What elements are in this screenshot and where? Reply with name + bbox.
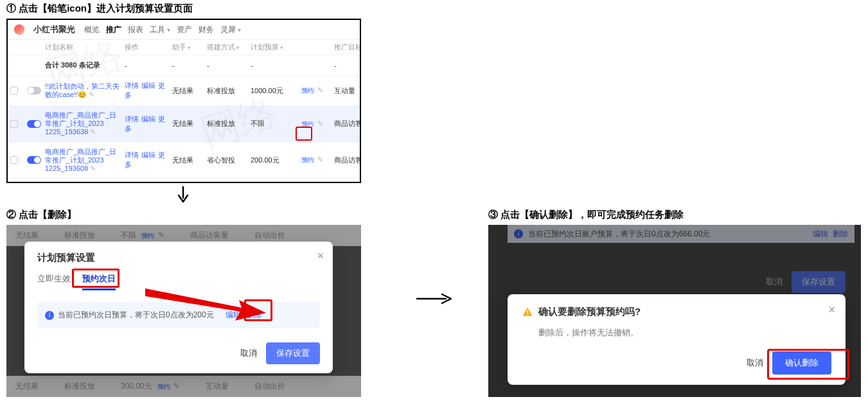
bg-save-button[interactable]: 保存设置 <box>792 271 846 293</box>
app-brand: 小红书聚光 <box>33 24 75 35</box>
pencil-icon[interactable]: ✎ <box>317 86 323 94</box>
pencil-icon[interactable]: ✎ <box>89 91 94 98</box>
pencil-icon[interactable]: ✎ <box>90 128 96 136</box>
pencil-icon[interactable]: ✎ <box>317 155 323 163</box>
table-row: 电商推广_商品推广_日常推广_计划_2023 1225_193608 ✎ 详情编… <box>8 142 360 179</box>
modal-title: 计划预算设置 <box>37 252 320 264</box>
confirm-message: 删除后，操作将无法撤销。 <box>538 327 831 339</box>
row-actions: 详情编辑更多 <box>125 150 170 170</box>
step-3-title: ③ 点击【确认删除】，即可完成预约任务删除 <box>488 209 861 221</box>
save-button[interactable]: 保存设置 <box>266 342 320 364</box>
warning-icon <box>522 306 533 318</box>
arrow-down-icon <box>177 186 189 203</box>
row-toggle[interactable] <box>27 120 41 128</box>
notice-edit-link[interactable]: 编辑 <box>226 310 241 319</box>
row-actions: 详情编辑更多 <box>125 81 170 100</box>
step-1-title: ① 点击【铅笔icon】进入计划预算设置页面 <box>6 3 361 15</box>
cancel-button[interactable]: 取消 <box>240 348 257 359</box>
highlight-pencil-box <box>296 127 312 141</box>
table-row: !!此计划勿动，第二天失败的case!!😊 ✎ 详情编辑更多 无结果 标准投放 … <box>8 75 360 105</box>
nav-finance[interactable]: 财务 <box>199 25 214 34</box>
app-logo <box>14 24 24 35</box>
step-1-section: ① 点击【铅笔icon】进入计划预算设置页面 网络 网络 小红书聚光 概览 推广… <box>6 3 361 183</box>
col-budget[interactable]: 计划预算▾ <box>251 42 296 52</box>
helper-cell: 无结果 <box>172 86 204 96</box>
filter-icon: ▾ <box>188 44 191 51</box>
info-icon: i <box>514 229 523 238</box>
main-nav: 概览 推广 报表 工具 资产 财务 灵犀 <box>84 24 241 35</box>
reserve-cell: 预约 ✎ <box>298 155 332 164</box>
close-icon[interactable]: × <box>317 249 324 263</box>
summary-text: 合计 3080 条记录 <box>45 60 122 70</box>
row-checkbox[interactable] <box>10 120 18 128</box>
row-checkbox[interactable] <box>10 87 18 94</box>
col-helper[interactable]: 助手▾ <box>172 42 204 52</box>
nav-tools[interactable]: 工具 <box>150 25 170 34</box>
nav-overview[interactable]: 概览 <box>84 25 100 34</box>
build-cell: 省心智投 <box>207 155 248 165</box>
svg-rect-2 <box>527 314 528 315</box>
pencil-icon[interactable]: ✎ <box>317 119 323 127</box>
edit-link[interactable]: 编辑 <box>141 115 155 123</box>
banner-edit-link[interactable]: 编辑 <box>813 229 828 238</box>
nav-assets[interactable]: 资产 <box>177 25 192 34</box>
modal-footer: 取消 保存设置 <box>37 342 320 364</box>
row-checkbox[interactable] <box>10 156 18 164</box>
tab-immediate[interactable]: 立即生效 <box>37 273 71 288</box>
bg-table-row: 无结果 标准投放 300.00元 预约 ✎ 互动量 自动出价 <box>6 376 361 397</box>
col-goal[interactable]: 推广目标▾ <box>334 42 361 52</box>
edit-link[interactable]: 编辑 <box>141 82 155 89</box>
budget-cell: 200.00元 <box>251 155 296 165</box>
detail-link[interactable]: 详情 <box>125 151 139 159</box>
banner-text: 当前已预约次日账户预算，将于次日0点改为666.00元 <box>528 229 710 240</box>
close-icon[interactable]: × <box>828 303 835 317</box>
goal-cell: 商品访客量 <box>334 155 361 165</box>
filter-icon: ▾ <box>280 44 283 51</box>
nav-lingxi[interactable]: 灵犀 <box>220 25 241 34</box>
reserve-badge: 预约 <box>300 87 315 94</box>
row-toggle[interactable] <box>27 87 41 94</box>
confirm-title: 确认要删除预算预约吗? <box>538 306 641 318</box>
helper-cell: 无结果 <box>172 155 204 165</box>
info-icon: i <box>45 311 54 320</box>
step-1-screenshot: 网络 网络 小红书聚光 概览 推广 报表 工具 资产 财务 灵犀 <box>6 19 361 183</box>
highlight-tab-box <box>72 269 120 288</box>
nav-report[interactable]: 报表 <box>128 25 143 34</box>
nav-promote[interactable]: 推广 <box>106 25 121 34</box>
build-cell: 标准投放 <box>207 119 248 128</box>
confirm-modal-header: 确认要删除预算预约吗? <box>522 306 831 318</box>
detail-link[interactable]: 详情 <box>125 115 139 123</box>
reserve-badge: 预约 <box>300 157 315 163</box>
step-3-section: ③ 点击【确认删除】，即可完成预约任务删除 i 当前已预约次日账户预算，将于次日… <box>488 209 861 397</box>
edit-link[interactable]: 编辑 <box>141 151 155 159</box>
plan-name-link[interactable]: !!此计划勿动，第二天失败的case!!😊 ✎ <box>45 82 122 99</box>
bg-modal-footer: 取消 保存设置 <box>766 271 846 293</box>
arrow-right-icon <box>416 293 452 305</box>
svg-rect-1 <box>527 310 528 313</box>
helper-cell: 无结果 <box>172 119 204 128</box>
step-3-screenshot: i 当前已预约次日账户预算，将于次日0点改为666.00元 编辑 删除 取消 保… <box>488 225 861 397</box>
goal-cell: 互动量 <box>334 86 361 96</box>
plan-name-link[interactable]: 电商推广_商品推广_日常推广_计划_2023 1225_193608 ✎ <box>45 148 122 173</box>
cancel-button[interactable]: 取消 <box>747 357 763 369</box>
reserve-notice: i 当前已预约次日预算，将于次日0点改为200元 编辑 删除 <box>37 302 320 328</box>
table-header: 计划名称 操作 助手▾ 搭建方式▾ 计划预算▾ 推广目标▾ <box>8 40 360 55</box>
banner-delete-link[interactable]: 删除 <box>833 229 848 238</box>
col-ops: 操作 <box>125 42 170 52</box>
col-build[interactable]: 搭建方式▾ <box>207 42 248 52</box>
highlight-confirm-box <box>767 349 849 380</box>
build-cell: 标准投放 <box>207 86 248 96</box>
plan-name-link[interactable]: 电商推广_商品推广_日常推广_计划_2023 1225_193638 ✎ <box>45 111 122 137</box>
budget-settings-modal: × 计划预算设置 立即生效 预约次日 i 当前已预约次日预算，将于次日0点改为2… <box>24 242 333 373</box>
goal-cell: 商品访客量 <box>334 119 361 128</box>
app-topbar: 小红书聚光 概览 推广 报表 工具 资产 财务 灵犀 <box>8 20 360 40</box>
bg-cancel-button[interactable]: 取消 <box>766 276 783 288</box>
budget-cell: 1000.00元 <box>251 86 296 96</box>
bg-reserve-banner: i 当前已预约次日账户预算，将于次日0点改为666.00元 编辑 删除 <box>508 225 855 243</box>
col-plan-name: 计划名称 <box>45 42 122 52</box>
filter-icon: ▾ <box>236 44 240 51</box>
row-toggle[interactable] <box>27 156 41 164</box>
detail-link[interactable]: 详情 <box>125 82 139 89</box>
highlight-delete-box <box>244 299 272 321</box>
pencil-icon[interactable]: ✎ <box>90 164 96 172</box>
